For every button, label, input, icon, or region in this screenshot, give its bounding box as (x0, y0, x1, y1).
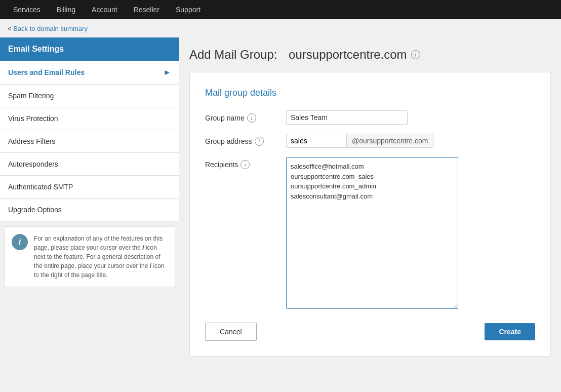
sidebar-item-spam-filtering[interactable]: Spam Filtering (0, 85, 179, 107)
group-address-domain: @oursupportcentre.com (347, 134, 433, 148)
recipients-info-icon[interactable]: i (241, 160, 250, 169)
sidebar-header: Email Settings (0, 37, 179, 61)
group-address-wrap: @oursupportcentre.com (286, 134, 535, 148)
group-address-label: Group address i (205, 134, 286, 146)
sidebar-item-users-email-rules[interactable]: Users and Email Rules ► (0, 61, 179, 85)
group-name-label: Group name i (205, 110, 286, 123)
sidebar: Email Settings Users and Email Rules ► S… (0, 37, 179, 367)
group-name-field (286, 110, 535, 125)
page-title-prefix: Add Mail Group: (189, 48, 277, 62)
page-title: Add Mail Group: oursupportcentre.com i (189, 48, 551, 62)
group-address-info-icon[interactable]: i (255, 137, 264, 146)
group-address-input[interactable] (286, 134, 347, 148)
page-title-info-icon[interactable]: i (411, 50, 420, 59)
sidebar-item-label: Virus Protection (8, 114, 58, 123)
main-content: Add Mail Group: oursupportcentre.com i M… (179, 37, 561, 367)
form-card: Mail group details Group name i Group ad… (189, 72, 551, 357)
recipients-label: Recipients i (205, 157, 286, 169)
sidebar-info-box: i For an explanation of any of the featu… (4, 226, 175, 287)
sidebar-item-label: Spam Filtering (8, 92, 54, 100)
sidebar-item-autoresponders[interactable]: Autoresponders (0, 153, 179, 176)
nav-billing[interactable]: Billing (49, 0, 84, 19)
sidebar-item-label: Users and Email Rules (8, 68, 85, 76)
group-name-row: Group name i (205, 110, 535, 125)
main-layout: Email Settings Users and Email Rules ► S… (0, 37, 561, 367)
group-address-field: @oursupportcentre.com (286, 134, 535, 148)
cancel-button[interactable]: Cancel (205, 323, 257, 341)
sidebar-item-address-filters[interactable]: Address Filters (0, 130, 179, 153)
sidebar-item-authenticated-smtp[interactable]: Authenticated SMTP (0, 176, 179, 199)
form-section-title: Mail group details (205, 88, 535, 98)
sidebar-item-upgrade-options[interactable]: Upgrade Options (0, 199, 179, 221)
sidebar-item-virus-protection[interactable]: Virus Protection (0, 107, 179, 130)
group-address-row: Group address i @oursupportcentre.com (205, 134, 535, 148)
recipients-textarea[interactable]: salesoffice@hotmail.com oursupportcentre… (286, 157, 458, 309)
sidebar-info-text: For an explanation of any of the feature… (34, 234, 168, 280)
nav-account[interactable]: Account (84, 0, 126, 19)
nav-support[interactable]: Support (168, 0, 209, 19)
sidebar-item-label: Authenticated SMTP (8, 183, 73, 191)
group-name-input[interactable] (286, 110, 408, 125)
page-title-domain: oursupportcentre.com (289, 48, 407, 62)
sidebar-item-label: Upgrade Options (8, 206, 62, 214)
sidebar-item-label: Address Filters (8, 137, 55, 145)
nav-reseller[interactable]: Reseller (126, 0, 168, 19)
nav-services[interactable]: Services (5, 0, 49, 19)
breadcrumb-link[interactable]: Back to domain summary (13, 25, 88, 32)
top-nav: Services Billing Account Reseller Suppor… (0, 0, 561, 19)
info-icon: i (12, 234, 28, 250)
form-actions: Cancel Create (205, 323, 535, 341)
group-name-info-icon[interactable]: i (247, 113, 256, 123)
create-button[interactable]: Create (485, 323, 535, 340)
breadcrumb-area: < Back to domain summary (0, 19, 561, 37)
recipients-field: salesoffice@hotmail.com oursupportcentre… (286, 157, 535, 310)
sidebar-item-label: Autoresponders (8, 160, 58, 168)
breadcrumb-prefix: < (8, 25, 13, 32)
recipients-row: Recipients i salesoffice@hotmail.com our… (205, 157, 535, 310)
chevron-right-icon: ► (163, 68, 171, 77)
